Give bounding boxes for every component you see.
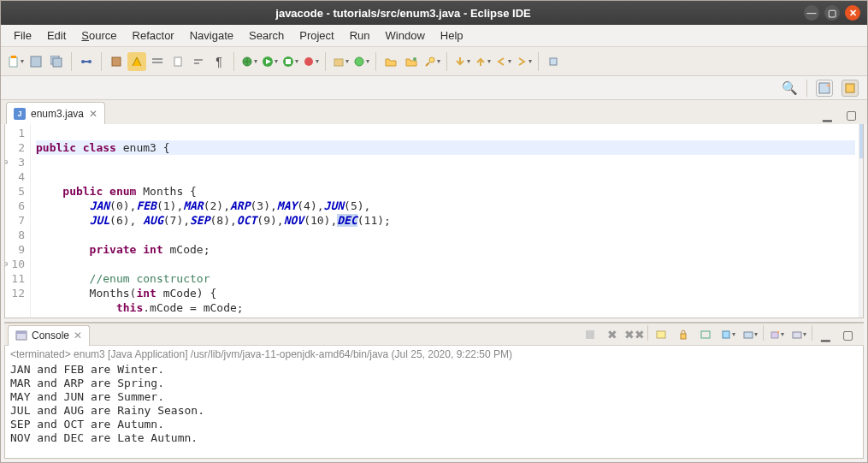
back-button[interactable] (493, 52, 512, 71)
titlebar: javacode - tutorials/src/enum3.java - Ec… (1, 1, 867, 25)
run-last-button[interactable] (301, 52, 320, 71)
separator-icon (325, 52, 326, 71)
svg-rect-30 (701, 331, 710, 338)
menu-help[interactable]: Help (433, 27, 471, 45)
new-class-button[interactable] (351, 52, 370, 71)
svg-rect-18 (334, 59, 343, 66)
svg-rect-12 (194, 62, 199, 64)
pin-button[interactable] (544, 52, 563, 71)
display-console-icon[interactable] (741, 325, 759, 344)
forward-button[interactable] (514, 52, 533, 71)
separator-icon (806, 80, 807, 97)
editor-area: J enum3.java ✕ ▁ ▢ 1 2 ⊖3 4 5 6 7 8 9 ⊖1… (1, 100, 867, 322)
console-icon (15, 329, 27, 341)
code-editor[interactable]: 1 2 ⊖3 4 5 6 7 8 9 ⊖10 11 12 public clas… (4, 124, 864, 318)
menu-refactor[interactable]: Refactor (125, 27, 182, 45)
pilcrow-button[interactable]: ¶ (210, 52, 228, 71)
line-gutter: 1 2 ⊖3 4 5 6 7 8 9 ⊖10 11 12 (5, 124, 31, 318)
separator-icon (101, 52, 102, 71)
svg-rect-16 (286, 59, 291, 64)
save-all-button[interactable] (47, 52, 66, 71)
console-line: MAR and ARP are Spring. (10, 377, 858, 390)
word-wrap-button[interactable] (189, 52, 208, 71)
svg-point-21 (429, 57, 434, 62)
separator-icon (446, 52, 447, 71)
svg-rect-33 (771, 332, 778, 338)
open-perspective-button[interactable] (816, 80, 833, 97)
console-tab-label: Console (32, 329, 69, 341)
svg-point-20 (413, 57, 416, 61)
pin-console-icon[interactable] (718, 325, 737, 344)
svg-rect-22 (550, 58, 557, 65)
menu-search[interactable]: Search (241, 27, 292, 45)
maximize-button[interactable]: ▢ (824, 5, 840, 21)
maximize-view-icon[interactable]: ▢ (838, 325, 857, 344)
svg-rect-28 (657, 331, 665, 338)
link-editor-button[interactable] (77, 52, 96, 71)
console-output[interactable]: <terminated> enum3 [Java Application] /u… (4, 346, 864, 459)
menu-project[interactable]: Project (292, 27, 341, 45)
tab-close-icon[interactable]: ✕ (74, 329, 82, 341)
minimize-view-icon[interactable]: ▁ (816, 325, 835, 344)
quick-access-icon[interactable]: 🔍 (782, 80, 798, 96)
open-console-icon[interactable] (767, 325, 786, 344)
coverage-button[interactable] (280, 52, 299, 71)
new-console-icon[interactable] (789, 325, 808, 344)
debug-button[interactable] (239, 52, 258, 71)
clear-console-icon[interactable] (652, 325, 670, 344)
svg-point-5 (81, 60, 85, 63)
menu-window[interactable]: Window (378, 27, 433, 45)
console-line: SEP and OCT are Autumn. (10, 418, 858, 431)
console-tabbar: Console ✕ ✖ ✖✖ ▁ ▢ (4, 324, 864, 346)
window-title: javacode - tutorials/src/enum3.java - Ec… (8, 7, 799, 20)
minimize-view-icon[interactable]: ▁ (818, 105, 836, 124)
remove-launch-icon[interactable]: ✖ (603, 325, 622, 344)
prev-annotation-button[interactable] (473, 52, 492, 71)
console-toolbar: ✖ ✖✖ ▁ ▢ (581, 325, 864, 344)
menu-source[interactable]: Source (74, 27, 124, 45)
menu-file[interactable]: File (6, 27, 39, 45)
save-button[interactable] (27, 52, 45, 71)
maximize-view-icon[interactable]: ▢ (841, 105, 860, 124)
svg-rect-29 (681, 334, 686, 339)
new-package-button[interactable] (331, 52, 350, 71)
remove-all-icon[interactable]: ✖✖ (625, 325, 644, 344)
svg-rect-10 (174, 57, 181, 66)
editor-tab-label: enum3.java (31, 108, 84, 120)
java-perspective-button[interactable] (841, 80, 859, 97)
word-wrap-icon[interactable] (696, 325, 715, 344)
close-button[interactable]: ✕ (845, 5, 860, 21)
search-button[interactable] (422, 52, 441, 71)
svg-rect-27 (586, 330, 594, 339)
overview-ruler[interactable] (859, 124, 863, 318)
terminate-icon[interactable] (581, 325, 599, 344)
menu-edit[interactable]: Edit (39, 27, 74, 45)
menu-run[interactable]: Run (342, 27, 378, 45)
console-tab[interactable]: Console ✕ (8, 325, 90, 346)
tab-close-icon[interactable]: ✕ (89, 108, 97, 120)
editor-tabbar: J enum3.java ✕ ▁ ▢ (1, 100, 867, 124)
menu-navigate[interactable]: Navigate (182, 27, 241, 45)
new-button[interactable] (6, 52, 25, 71)
next-annotation-button[interactable] (452, 52, 471, 71)
menubar: File Edit Source Refactor Navigate Searc… (1, 25, 867, 47)
run-button[interactable] (260, 52, 279, 71)
code-content[interactable]: public class enum3 { public enum Months … (31, 124, 859, 318)
eclipse-window: javacode - tutorials/src/enum3.java - Ec… (0, 0, 868, 463)
svg-point-17 (304, 57, 313, 66)
svg-rect-34 (793, 332, 801, 338)
show-whitespace-button[interactable] (168, 52, 187, 71)
main-toolbar: ¶ (1, 47, 867, 76)
minimize-button[interactable]: — (804, 5, 819, 21)
svg-rect-8 (152, 58, 162, 60)
open-task-button[interactable] (402, 52, 421, 71)
toggle-mark-button[interactable] (127, 52, 146, 71)
editor-tab[interactable]: J enum3.java ✕ (6, 102, 105, 124)
console-line: NOV and DEC are Late Autumn. (10, 431, 858, 445)
scroll-lock-icon[interactable] (674, 325, 693, 344)
svg-rect-26 (16, 331, 27, 334)
open-type-button[interactable] (107, 52, 126, 71)
open-folder-button[interactable] (381, 52, 400, 71)
perspective-bar: 🔍 (1, 76, 867, 100)
block-select-button[interactable] (148, 52, 167, 71)
